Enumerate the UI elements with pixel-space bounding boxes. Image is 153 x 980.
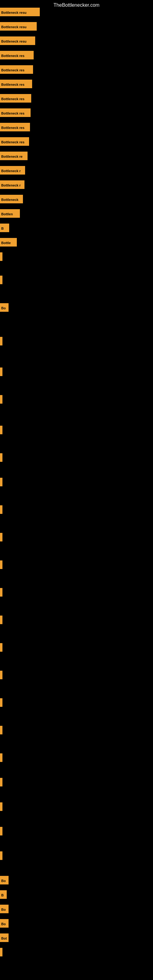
bar-line	[0, 671, 2, 679]
bar-item: Bottleneck res	[0, 94, 31, 103]
bar-item: B	[0, 890, 7, 899]
bar-item: Bottleneck r	[0, 180, 24, 189]
bar-label: Bottleneck res	[0, 80, 32, 88]
bar-line	[0, 726, 2, 734]
bar-line	[0, 643, 2, 652]
bar-label: Bottlen	[0, 209, 20, 218]
bar-label: B	[0, 224, 9, 232]
bar-label: Bo	[0, 303, 9, 312]
bar-item	[0, 753, 2, 762]
bar-item	[0, 426, 2, 434]
bar-line	[0, 827, 2, 835]
bar-line	[0, 453, 2, 462]
bar-item: Bottlen	[0, 209, 20, 218]
bar-item: Bottle	[0, 238, 17, 247]
bar-label: Bottleneck res	[0, 123, 30, 131]
bar-label: Bottleneck res	[0, 137, 29, 146]
bar-item: Bottleneck r	[0, 166, 25, 175]
bar-item	[0, 395, 2, 404]
bar-item	[0, 505, 2, 514]
bar-item	[0, 337, 2, 345]
bar-item	[0, 671, 2, 679]
bar-label: Bo	[0, 919, 9, 928]
bar-item	[0, 827, 2, 835]
bar-line	[0, 616, 2, 624]
bar-line	[0, 802, 2, 811]
bar-item: Bottleneck res	[0, 80, 32, 88]
bar-item	[0, 698, 2, 707]
bar-item	[0, 275, 2, 284]
bar-item	[0, 560, 2, 569]
bar-item: Bottleneck res	[0, 51, 33, 59]
bar-item: Bottleneck resu	[0, 8, 40, 16]
bar-item: Bo	[0, 876, 9, 885]
bar-label: Bot	[0, 934, 9, 942]
bar-line	[0, 505, 2, 514]
bar-line	[0, 368, 2, 376]
bar-item	[0, 478, 2, 486]
bar-item: Bottleneck res	[0, 123, 30, 131]
bar-item	[0, 802, 2, 811]
bar-item	[0, 643, 2, 652]
bar-item	[0, 252, 2, 261]
bar-line	[0, 698, 2, 707]
bar-item	[0, 616, 2, 624]
bar-label: Bottleneck resu	[0, 37, 35, 45]
bar-label: Bottle	[0, 238, 17, 247]
bar-item: Bo	[0, 303, 9, 312]
bar-item: Bo	[0, 919, 9, 928]
bar-item	[0, 778, 2, 786]
bar-item: Bottleneck resu	[0, 22, 37, 30]
bar-label: Bo	[0, 905, 9, 913]
bar-label: Bo	[0, 876, 9, 885]
bar-label: Bottleneck res	[0, 51, 33, 59]
bar-line	[0, 851, 2, 860]
bar-line	[0, 533, 2, 541]
bar-item: Bottleneck res	[0, 65, 33, 74]
bar-line	[0, 395, 2, 404]
bar-item	[0, 726, 2, 734]
bar-label: Bottleneck r	[0, 166, 25, 175]
bar-item: Bottleneck	[0, 195, 23, 204]
bar-label: Bottleneck resu	[0, 22, 37, 30]
bar-item: Bot	[0, 934, 9, 942]
bar-item: Bo	[0, 905, 9, 913]
bar-line	[0, 426, 2, 434]
bar-item: Bottleneck re	[0, 151, 27, 160]
bar-line	[0, 753, 2, 762]
bar-line	[0, 948, 2, 956]
bar-item: Bottleneck res	[0, 137, 29, 146]
bar-line	[0, 588, 2, 597]
bar-item: Bottleneck resu	[0, 37, 35, 45]
bar-line	[0, 252, 2, 261]
bar-item	[0, 851, 2, 860]
bar-line	[0, 778, 2, 786]
bar-item	[0, 533, 2, 541]
bar-label: Bottleneck res	[0, 94, 31, 103]
bar-line	[0, 478, 2, 486]
bar-line	[0, 275, 2, 284]
bar-item	[0, 368, 2, 376]
bar-label: Bottleneck resu	[0, 8, 40, 16]
bar-label: Bottleneck re	[0, 151, 27, 160]
bar-item	[0, 588, 2, 597]
bar-label: B	[0, 890, 7, 899]
bar-label: Bottleneck r	[0, 180, 24, 189]
bar-line	[0, 560, 2, 569]
bar-label: Bottleneck res	[0, 108, 30, 117]
bar-item	[0, 948, 2, 956]
bar-label: Bottleneck	[0, 195, 23, 204]
bar-label: Bottleneck res	[0, 65, 33, 74]
bar-item	[0, 453, 2, 462]
bar-item: B	[0, 224, 9, 232]
bar-item: Bottleneck res	[0, 108, 30, 117]
bar-line	[0, 337, 2, 345]
